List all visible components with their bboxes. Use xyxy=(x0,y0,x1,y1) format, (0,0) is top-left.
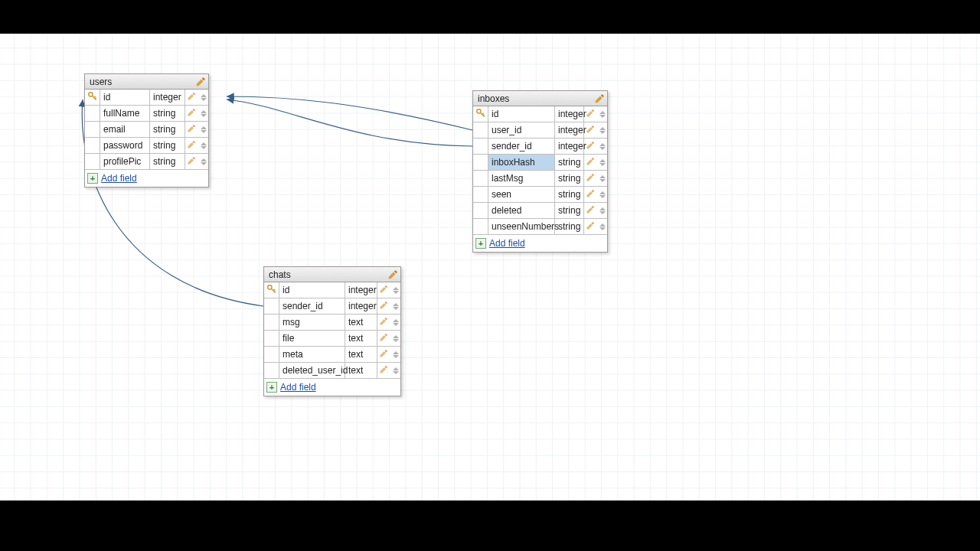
entity-chats[interactable]: chats idintegersender_idintegermsgtextfi… xyxy=(263,266,401,396)
reorder-handle-icon[interactable] xyxy=(201,140,207,151)
reorder-handle-icon[interactable] xyxy=(201,92,207,103)
add-field-row[interactable]: + Add field xyxy=(264,379,400,396)
field-name[interactable]: email xyxy=(100,122,150,137)
field-name[interactable]: sender_id xyxy=(279,298,345,314)
field-type[interactable]: string xyxy=(555,187,584,202)
field-type[interactable]: integer xyxy=(345,298,377,314)
field-name[interactable]: deleted xyxy=(488,203,555,218)
add-field-row[interactable]: + Add field xyxy=(85,170,208,187)
field-type[interactable]: text xyxy=(345,331,377,346)
reorder-handle-icon[interactable] xyxy=(599,109,606,119)
field-type[interactable]: integer xyxy=(150,90,185,105)
edit-field-icon[interactable] xyxy=(187,92,196,103)
add-field-link[interactable]: Add field xyxy=(280,382,316,393)
edit-field-icon[interactable] xyxy=(379,301,388,312)
erd-canvas[interactable]: users idintegerfullNamestringemailstring… xyxy=(0,34,980,500)
field-row[interactable]: sender_idinteger xyxy=(473,139,607,155)
field-row[interactable]: user_idinteger xyxy=(473,122,607,139)
edit-field-icon[interactable] xyxy=(586,173,595,184)
reorder-handle-icon[interactable] xyxy=(201,108,207,119)
reorder-handle-icon[interactable] xyxy=(599,125,606,135)
field-type[interactable]: string xyxy=(555,155,584,170)
edit-field-icon[interactable] xyxy=(379,333,388,344)
edit-field-icon[interactable] xyxy=(379,365,388,377)
field-type[interactable]: integer xyxy=(555,106,584,122)
field-row[interactable]: idinteger xyxy=(85,90,208,106)
field-type[interactable]: string xyxy=(555,171,584,186)
reorder-handle-icon[interactable] xyxy=(393,285,399,295)
edit-field-icon[interactable] xyxy=(586,109,595,120)
field-type[interactable]: string xyxy=(150,122,185,137)
field-row[interactable]: fullNamestring xyxy=(85,106,208,122)
field-row[interactable]: deletedstring xyxy=(473,203,607,219)
edit-field-icon[interactable] xyxy=(586,141,595,152)
reorder-handle-icon[interactable] xyxy=(599,173,606,184)
reorder-handle-icon[interactable] xyxy=(201,124,207,135)
entity-inboxes[interactable]: inboxes idintegeruser_idintegersender_id… xyxy=(472,90,608,253)
field-name[interactable]: msg xyxy=(279,315,345,330)
field-type[interactable]: integer xyxy=(345,282,377,298)
add-field-row[interactable]: + Add field xyxy=(473,235,607,252)
add-field-link[interactable]: Add field xyxy=(489,238,525,249)
field-type[interactable]: string xyxy=(150,138,185,153)
field-row[interactable]: seenstring xyxy=(473,187,607,203)
edit-field-icon[interactable] xyxy=(187,156,196,168)
field-row[interactable]: deleted_user_idtext xyxy=(264,363,400,379)
edit-entity-icon[interactable] xyxy=(593,93,606,105)
field-name[interactable]: file xyxy=(279,331,345,346)
edit-field-icon[interactable] xyxy=(586,221,595,233)
edit-field-icon[interactable] xyxy=(187,108,196,119)
field-name[interactable]: id xyxy=(100,90,150,105)
reorder-handle-icon[interactable] xyxy=(599,141,606,152)
edit-field-icon[interactable] xyxy=(586,189,595,201)
reorder-handle-icon[interactable] xyxy=(599,205,606,216)
reorder-handle-icon[interactable] xyxy=(393,365,399,376)
field-name[interactable]: deleted_user_id xyxy=(279,363,345,378)
add-field-link[interactable]: Add field xyxy=(101,173,137,184)
entity-header[interactable]: users xyxy=(85,74,208,90)
edit-field-icon[interactable] xyxy=(586,125,595,136)
field-row[interactable]: msgtext xyxy=(264,315,400,331)
field-name[interactable]: user_id xyxy=(488,122,555,138)
field-row[interactable]: unseenNumbersstring xyxy=(473,219,607,235)
edit-field-icon[interactable] xyxy=(586,205,595,217)
reorder-handle-icon[interactable] xyxy=(393,317,399,328)
reorder-handle-icon[interactable] xyxy=(599,221,606,232)
reorder-handle-icon[interactable] xyxy=(393,333,399,344)
field-type[interactable]: string xyxy=(150,154,185,169)
field-row[interactable]: profilePicstring xyxy=(85,154,208,170)
field-name[interactable]: fullName xyxy=(100,106,150,121)
field-name[interactable]: unseenNumbers xyxy=(488,219,555,234)
reorder-handle-icon[interactable] xyxy=(201,156,207,167)
field-row[interactable]: sender_idinteger xyxy=(264,298,400,315)
field-type[interactable]: string xyxy=(555,203,584,218)
field-type[interactable]: text xyxy=(345,363,377,378)
field-type[interactable]: string xyxy=(150,106,185,121)
edit-field-icon[interactable] xyxy=(187,124,196,135)
field-name[interactable]: profilePic xyxy=(100,154,150,169)
field-type[interactable]: integer xyxy=(555,122,584,138)
edit-field-icon[interactable] xyxy=(379,349,388,360)
reorder-handle-icon[interactable] xyxy=(393,349,399,360)
field-name[interactable]: inboxHash xyxy=(488,155,555,170)
field-name[interactable]: lastMsg xyxy=(488,171,555,186)
entity-header[interactable]: chats xyxy=(264,267,400,282)
field-name[interactable]: sender_id xyxy=(488,139,555,154)
field-row[interactable]: filetext xyxy=(264,331,400,347)
field-name[interactable]: id xyxy=(488,106,555,122)
edit-field-icon[interactable] xyxy=(187,140,196,152)
field-row[interactable]: idinteger xyxy=(473,106,607,122)
edit-field-icon[interactable] xyxy=(379,285,388,296)
field-name[interactable]: password xyxy=(100,138,150,153)
field-row[interactable]: passwordstring xyxy=(85,138,208,154)
field-row[interactable]: emailstring xyxy=(85,122,208,138)
field-row[interactable]: lastMsgstring xyxy=(473,171,607,187)
reorder-handle-icon[interactable] xyxy=(599,189,606,200)
field-row[interactable]: metatext xyxy=(264,347,400,363)
reorder-handle-icon[interactable] xyxy=(599,157,606,168)
reorder-handle-icon[interactable] xyxy=(393,301,399,311)
field-row[interactable]: idinteger xyxy=(264,282,400,298)
entity-header[interactable]: inboxes xyxy=(473,91,607,106)
edit-field-icon[interactable] xyxy=(379,317,388,328)
field-row[interactable]: inboxHashstring xyxy=(473,155,607,171)
